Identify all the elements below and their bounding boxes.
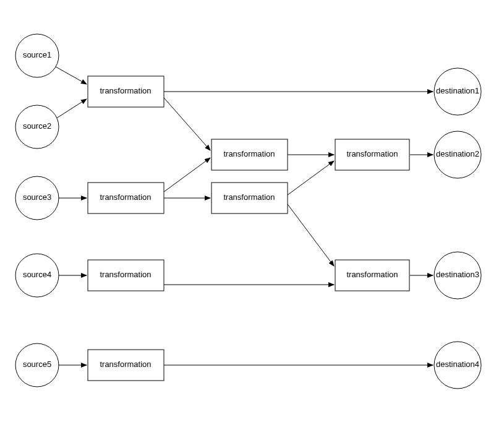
- edge-t2-t3: [164, 158, 210, 192]
- node-transform-6: transformation: [335, 139, 409, 170]
- node-transform-5: transformation: [88, 260, 164, 291]
- label-source2: source2: [23, 121, 51, 131]
- label-transform-4: transformation: [223, 192, 275, 202]
- label-source1: source1: [23, 50, 51, 59]
- label-destination1: destination1: [436, 86, 479, 95]
- node-destination4: destination4: [434, 342, 481, 389]
- edge-source1-t1: [53, 65, 87, 84]
- edge-t4-t6: [288, 161, 334, 195]
- label-destination3: destination3: [436, 270, 479, 279]
- label-transform-5: transformation: [100, 270, 151, 279]
- node-source2: source2: [15, 105, 59, 149]
- label-transform-8: transformation: [100, 360, 151, 369]
- node-transform-2: transformation: [88, 183, 164, 214]
- edge-source2-t1: [53, 99, 87, 121]
- node-source3: source3: [15, 176, 59, 220]
- node-transform-8: transformation: [88, 350, 164, 381]
- node-transform-4: transformation: [211, 183, 288, 214]
- label-transform-1: transformation: [100, 86, 151, 95]
- node-source1: source1: [15, 34, 59, 77]
- node-source4: source4: [15, 254, 59, 297]
- node-source5: source5: [15, 343, 59, 387]
- label-transform-7: transformation: [346, 270, 398, 279]
- node-destination3: destination3: [434, 252, 481, 299]
- label-transform-6: transformation: [346, 149, 398, 158]
- label-destination4: destination4: [436, 360, 479, 369]
- node-destination2: destination2: [434, 131, 481, 178]
- label-transform-3: transformation: [223, 149, 275, 158]
- dag-diagram: source1 source2 source3 source4 source5 …: [0, 0, 504, 427]
- edge-t1-t3: [164, 98, 210, 150]
- label-source5: source5: [23, 360, 51, 369]
- edge-t4-t7: [288, 204, 334, 266]
- label-destination2: destination2: [436, 149, 479, 158]
- label-source4: source4: [23, 270, 51, 279]
- node-destination1: destination1: [434, 68, 481, 115]
- label-transform-2: transformation: [100, 192, 151, 202]
- node-transform-7: transformation: [335, 260, 409, 291]
- node-transform-3: transformation: [211, 139, 288, 170]
- node-transform-1: transformation: [88, 76, 164, 107]
- label-source3: source3: [23, 192, 51, 202]
